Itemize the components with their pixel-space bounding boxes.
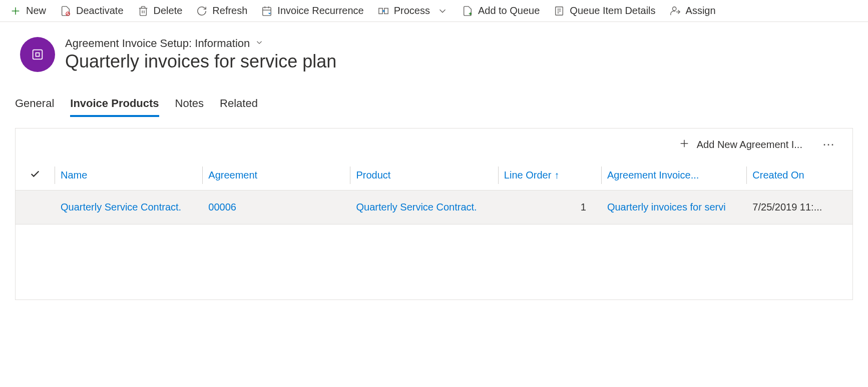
entity-avatar <box>20 37 55 72</box>
form-selector[interactable]: Agreement Invoice Setup: Information <box>65 37 336 50</box>
new-button[interactable]: New <box>10 5 46 16</box>
cell-agreement-invoice[interactable]: Quarterly invoices for servi <box>601 190 746 224</box>
plus-icon <box>10 6 21 16</box>
column-name[interactable]: Name <box>55 160 202 190</box>
queue-add-icon <box>462 6 473 16</box>
refresh-icon <box>196 6 207 16</box>
tab-invoice-products[interactable]: Invoice Products <box>70 97 159 117</box>
cell-name[interactable]: Quarterly Service Contract. <box>55 190 202 224</box>
process-button[interactable]: Process <box>378 5 448 16</box>
svg-rect-4 <box>263 7 271 16</box>
header-row: Name Agreement Product Line Order↑ Agree… <box>16 160 852 190</box>
select-all-column[interactable] <box>16 160 55 190</box>
calendar-icon <box>261 6 272 16</box>
tab-notes[interactable]: Notes <box>175 97 204 117</box>
form-label: Agreement Invoice Setup: Information <box>65 37 250 50</box>
grid-empty-space <box>16 224 852 300</box>
process-icon <box>378 6 389 16</box>
tab-general[interactable]: General <box>15 97 54 117</box>
deactivate-icon <box>60 6 71 16</box>
column-product[interactable]: Product <box>350 160 498 190</box>
column-agreement[interactable]: Agreement <box>202 160 350 190</box>
queue-item-details-label: Queue Item Details <box>570 5 655 16</box>
chevron-down-icon <box>437 6 448 16</box>
tab-bar: General Invoice Products Notes Related <box>0 77 868 117</box>
delete-label: Delete <box>154 5 183 16</box>
delete-button[interactable]: Delete <box>138 5 183 16</box>
svg-line-3 <box>67 12 69 15</box>
add-to-queue-label: Add to Queue <box>478 5 540 16</box>
column-created-on[interactable]: Created On <box>746 160 852 190</box>
grid-table: Name Agreement Product Line Order↑ Agree… <box>16 160 852 224</box>
trash-icon <box>138 6 149 16</box>
column-agreement-invoice[interactable]: Agreement Invoice... <box>601 160 746 190</box>
invoice-recurrence-label: Invoice Recurrence <box>277 5 363 16</box>
more-commands-button[interactable]: ⋯ <box>817 138 840 152</box>
invoice-recurrence-button[interactable]: Invoice Recurrence <box>261 5 363 16</box>
sort-ascending-icon: ↑ <box>554 170 559 181</box>
assign-label: Assign <box>686 5 716 16</box>
process-label: Process <box>394 5 430 16</box>
refresh-label: Refresh <box>212 5 247 16</box>
plus-icon <box>679 138 690 152</box>
subgrid: Add New Agreement I... ⋯ Name Agreement … <box>15 128 853 300</box>
cell-product[interactable]: Quarterly Service Contract. <box>350 190 498 224</box>
add-to-queue-button[interactable]: Add to Queue <box>462 5 540 16</box>
new-label: New <box>26 5 46 16</box>
cell-agreement[interactable]: 00006 <box>202 190 350 224</box>
record-header: Agreement Invoice Setup: Information Qua… <box>0 22 868 77</box>
deactivate-button[interactable]: Deactivate <box>60 5 124 16</box>
page-title: Quarterly invoices for service plan <box>65 51 336 72</box>
grid-toolbar: Add New Agreement I... ⋯ <box>16 128 852 160</box>
deactivate-label: Deactivate <box>76 5 124 16</box>
svg-point-17 <box>672 6 676 10</box>
svg-rect-9 <box>384 8 388 14</box>
cell-created-on: 7/25/2019 11:... <box>746 190 852 224</box>
queue-item-details-button[interactable]: Queue Item Details <box>554 5 655 16</box>
column-line-order[interactable]: Line Order↑ <box>498 160 601 190</box>
assign-icon <box>670 6 681 16</box>
cell-line-order: 1 <box>498 190 601 224</box>
assign-button[interactable]: Assign <box>670 5 716 16</box>
add-new-label: Add New Agreement I... <box>697 139 802 150</box>
add-new-agreement-button[interactable]: Add New Agreement I... <box>679 138 802 152</box>
svg-rect-18 <box>33 50 43 60</box>
command-bar: New Deactivate Delete Refresh Invoice Re… <box>0 0 868 22</box>
tab-related[interactable]: Related <box>220 97 258 117</box>
svg-rect-8 <box>379 8 382 14</box>
queue-details-icon <box>554 6 565 16</box>
row-selector[interactable] <box>16 190 55 224</box>
table-row[interactable]: Quarterly Service Contract. 00006 Quarte… <box>16 190 852 224</box>
chevron-down-icon <box>255 37 264 50</box>
header-text: Agreement Invoice Setup: Information Qua… <box>65 37 336 72</box>
refresh-button[interactable]: Refresh <box>196 5 247 16</box>
